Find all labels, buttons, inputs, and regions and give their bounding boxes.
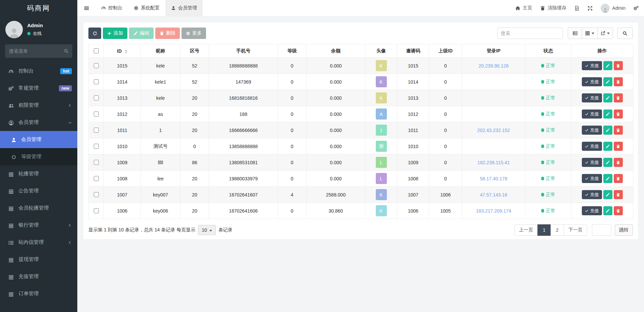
delete-row-button[interactable]: [614, 126, 623, 135]
login-ip-link[interactable]: 20.239.90.126: [479, 63, 509, 69]
edit-row-button[interactable]: [603, 93, 612, 102]
recharge-button[interactable]: 充值: [582, 206, 602, 215]
cell-phone: 19880033979: [209, 171, 278, 187]
sidebar-subitem-level-manage[interactable]: 等级管理: [0, 148, 77, 165]
login-ip-link[interactable]: 183.217.209.174: [476, 208, 511, 214]
cell-area-code: 52: [180, 74, 209, 90]
edit-row-button[interactable]: [603, 206, 612, 215]
delete-row-button[interactable]: [614, 206, 623, 215]
sidebar-subitem-member-manage[interactable]: 会员管理: [0, 131, 77, 148]
row-checkbox[interactable]: [94, 208, 99, 213]
sidebar-item-announcement[interactable]: 公告管理: [0, 182, 77, 199]
login-ip-link[interactable]: 47.57.143.16: [480, 192, 508, 197]
sidebar-item-withdraw[interactable]: 提现管理: [0, 251, 77, 268]
summary-prefix: 显示第 1 到第 10 条记录，总共 14 条记录 每页显示: [88, 227, 195, 233]
prev-page-button[interactable]: 上一页: [514, 224, 538, 236]
tab-member-manage[interactable]: 会员管理: [165, 0, 203, 16]
jump-page-input[interactable]: [592, 224, 611, 236]
settings-button[interactable]: [634, 6, 639, 11]
edit-row-button[interactable]: [603, 158, 612, 167]
row-checkbox[interactable]: [94, 112, 99, 117]
edit-row-button[interactable]: [603, 142, 612, 151]
recharge-button[interactable]: 充值: [582, 61, 602, 70]
more-button[interactable]: 更多: [182, 28, 206, 39]
row-checkbox[interactable]: [94, 160, 99, 165]
page-button-1[interactable]: 1: [537, 224, 551, 236]
select-all-checkbox[interactable]: [94, 48, 99, 53]
login-ip-link[interactable]: 182.239.115.41: [477, 160, 510, 165]
sidebar-item-carousel[interactable]: 轮播管理: [0, 165, 77, 182]
cell-nickname: kele: [141, 90, 180, 106]
sidebar-item-recharge[interactable]: 充值管理: [0, 268, 77, 285]
recharge-button[interactable]: 充值: [582, 174, 602, 183]
recharge-button[interactable]: 充值: [582, 93, 602, 102]
edit-button[interactable]: 编辑: [129, 28, 154, 39]
sidebar-item-orders[interactable]: 订单管理: [0, 285, 77, 302]
doc-button[interactable]: [574, 6, 579, 11]
delete-row-button[interactable]: [614, 61, 623, 70]
pencil-icon: [606, 96, 610, 100]
row-checkbox[interactable]: [94, 144, 99, 149]
row-checkbox[interactable]: [94, 192, 99, 197]
sidebar-item-console[interactable]: 控制台 hot: [0, 62, 77, 80]
row-checkbox[interactable]: [94, 128, 99, 133]
delete-row-button[interactable]: [614, 109, 623, 119]
edit-row-button[interactable]: [603, 190, 612, 199]
page-button-2[interactable]: 2: [551, 224, 564, 236]
sidebar-item-permissions[interactable]: 权限管理: [0, 97, 77, 114]
recharge-button[interactable]: 充值: [582, 142, 602, 151]
sidebar-item-general[interactable]: 常规管理 new: [0, 80, 77, 97]
status-dot-icon: [541, 128, 544, 132]
search-button[interactable]: [617, 28, 633, 39]
recharge-button[interactable]: 充值: [582, 126, 602, 135]
home-link[interactable]: 主页: [515, 5, 532, 11]
recharge-button[interactable]: 充值: [582, 109, 602, 119]
delete-row-button[interactable]: [614, 77, 623, 86]
delete-row-button[interactable]: [614, 142, 623, 151]
export-dropdown-button[interactable]: [597, 28, 613, 39]
jump-button[interactable]: 跳转: [615, 224, 633, 236]
row-checkbox[interactable]: [94, 95, 99, 100]
delete-button[interactable]: 删除: [155, 28, 180, 39]
sidebar-toggle-button[interactable]: [77, 0, 95, 16]
columns-dropdown-button[interactable]: [582, 28, 598, 39]
refresh-button[interactable]: [88, 28, 101, 39]
edit-row-button[interactable]: [603, 109, 612, 119]
sidebar-item-members[interactable]: 会员管理: [0, 114, 77, 131]
edit-row-button[interactable]: [603, 77, 612, 86]
login-ip-link[interactable]: 202.43.232.152: [477, 128, 510, 133]
delete-row-button[interactable]: [614, 190, 623, 199]
row-checkbox[interactable]: [94, 63, 99, 68]
next-page-button[interactable]: 下一页: [564, 224, 587, 236]
edit-row-button[interactable]: [603, 126, 612, 135]
login-ip-link[interactable]: 58.17.40.178: [480, 176, 508, 181]
sidebar-item-bank[interactable]: 银行管理: [0, 217, 77, 234]
menu-search-input[interactable]: [5, 44, 72, 58]
user-menu[interactable]: Admin: [601, 4, 626, 13]
detail-view-button[interactable]: [568, 28, 582, 39]
sidebar-item-site-message[interactable]: 站内信管理: [0, 234, 77, 251]
fullscreen-button[interactable]: [588, 6, 593, 11]
row-checkbox[interactable]: [94, 79, 99, 84]
recharge-button[interactable]: 充值: [582, 158, 602, 167]
delete-row-button[interactable]: [614, 174, 623, 183]
tab-system-config[interactable]: 系统配置: [128, 0, 165, 16]
edit-row-button[interactable]: [603, 61, 612, 70]
recharge-button[interactable]: 充值: [582, 77, 602, 86]
page-size-dropdown[interactable]: 10: [198, 225, 216, 235]
edit-row-button[interactable]: [603, 174, 612, 183]
status-label: 正常: [546, 63, 555, 69]
tab-console[interactable]: 控制台: [95, 0, 128, 16]
header-id[interactable]: ID: [104, 44, 141, 58]
delete-row-button[interactable]: [614, 93, 623, 102]
row-checkbox[interactable]: [94, 176, 99, 181]
add-button[interactable]: 添加: [103, 28, 127, 39]
check-icon: [585, 161, 589, 164]
cell-invite-code: 1014: [397, 74, 429, 90]
cell-level: 4: [278, 187, 307, 203]
recharge-button[interactable]: 充值: [582, 190, 602, 199]
delete-row-button[interactable]: [614, 158, 623, 167]
sidebar-item-member-carousel[interactable]: 会员轮播管理: [0, 199, 77, 217]
clear-cache-link[interactable]: 清除缓存: [540, 5, 566, 11]
table-search-input[interactable]: [497, 28, 563, 39]
